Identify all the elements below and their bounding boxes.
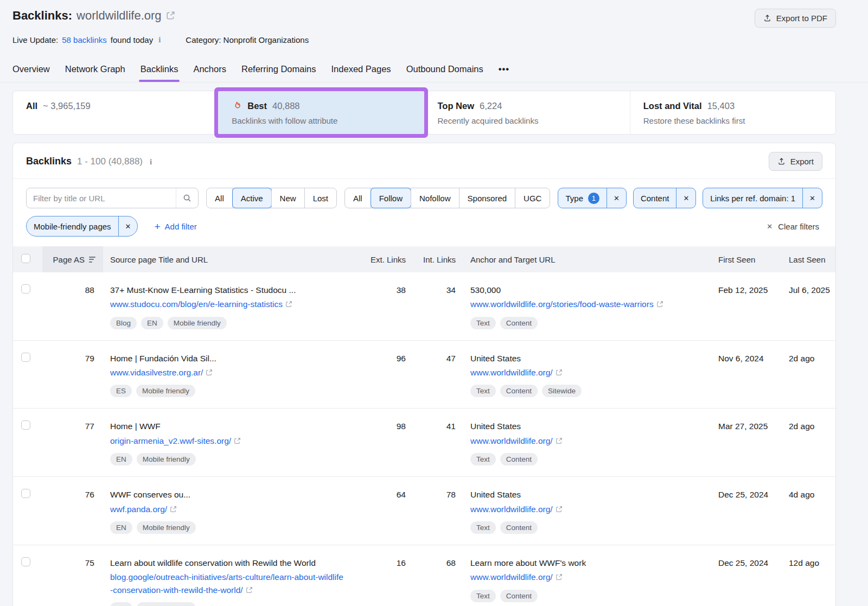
export-to-pdf-button[interactable]: Export to PDF [755, 9, 836, 28]
first-seen-value: Dec 25, 2024 [711, 557, 781, 569]
export-button[interactable]: Export [769, 152, 822, 171]
select-all-checkbox[interactable] [21, 254, 30, 263]
tag-en: EN [110, 602, 132, 606]
filter-chip-label[interactable]: Mobile-friendly pages [27, 222, 118, 231]
first-seen-value: Dec 25, 2024 [711, 489, 781, 501]
summary-card-lost-and-vital[interactable]: Lost and Vital15,403Restore these backli… [630, 91, 835, 134]
anchor-cell: 530,000www.worldwildlife.org/stories/foo… [456, 284, 711, 329]
filter-chip-label[interactable]: Type1 [558, 193, 607, 204]
page-title-prefix: Backlinks: [12, 9, 72, 22]
source-url-link[interactable]: blog.google/outreach-initiatives/arts-cu… [110, 572, 343, 594]
target-url-link[interactable]: www.worldwildlife.org/stories/food-waste… [470, 299, 654, 309]
row-checkbox[interactable] [21, 489, 30, 498]
anchor-cell: United Stateswww.worldwildlife.org/TextC… [456, 489, 711, 534]
filter-chip-label[interactable]: Content [634, 194, 676, 203]
filter-option-all[interactable]: All [207, 188, 232, 208]
export-icon [777, 157, 786, 165]
filter-option-lost[interactable]: Lost [304, 188, 336, 208]
page-header: Backlinks:worldwildlife.org Export to PD… [0, 0, 868, 82]
int-links-value: 78 [406, 489, 456, 501]
filter-option-active[interactable]: Active [232, 188, 271, 208]
source-title: Home | Fundación Vida Sil... [110, 353, 345, 365]
ext-links-value: 64 [359, 489, 406, 501]
category-text: Category: Nonprofit Organizations [186, 35, 309, 44]
filter-chip-text: Links per ref. domain: 1 [710, 194, 795, 203]
first-seen-value: Feb 12, 2025 [711, 284, 781, 296]
filter-option-follow[interactable]: Follow [371, 188, 411, 208]
tag-row: TextContent [470, 590, 697, 602]
column-page-as[interactable]: Page AS [42, 246, 103, 272]
source-url-link[interactable]: www.vidasilvestre.org.ar/ [110, 368, 203, 377]
filter-option-all[interactable]: All [345, 188, 371, 208]
target-url-link[interactable]: www.worldwildlife.org/ [470, 368, 553, 377]
source-url-link[interactable]: origin-armenia_v2.wwf-sites.org/ [110, 436, 231, 445]
clear-filters-button[interactable]: ✕ Clear filters [763, 221, 822, 232]
filter-option-ugc[interactable]: UGC [515, 188, 550, 208]
ext-links-value: 38 [359, 284, 406, 296]
page-as-value: 79 [42, 353, 103, 365]
source-title: Home | WWF [110, 420, 345, 432]
table-row: 8837+ Must-Know E-Learning Statistics - … [13, 272, 835, 340]
anchor-cell: Learn more about WWF's workwww.worldwild… [456, 557, 711, 602]
external-link-icon[interactable] [166, 11, 175, 20]
summary-card-all[interactable]: All~ 3,965,159 [13, 91, 218, 134]
target-url-link[interactable]: www.worldwildlife.org/ [470, 505, 553, 514]
tag-blog: Blog [110, 317, 137, 329]
summary-card-subtitle: Restore these backlinks first [643, 116, 822, 125]
row-checkbox[interactable] [21, 420, 30, 430]
target-url-link[interactable]: www.worldwildlife.org/ [470, 436, 553, 445]
info-icon[interactable]: i [148, 157, 154, 167]
tab-anchors[interactable]: Anchors [193, 64, 226, 82]
table-row: 79Home | Fundación Vida Sil...www.vidasi… [13, 340, 835, 409]
target-url-link[interactable]: www.worldwildlife.org/ [470, 572, 553, 582]
tab-overview[interactable]: Overview [12, 64, 50, 82]
tab-outbound-domains[interactable]: Outbound Domains [406, 64, 483, 82]
panel-title: Backlinks 1 - 100 (40,888) i [26, 156, 154, 167]
remove-filter-icon[interactable]: ✕ [607, 188, 626, 208]
tab-more[interactable]: ••• [499, 64, 509, 82]
table-row: 76WWF conserves ou...wwf.panda.org/ENMob… [13, 476, 835, 545]
filter-chip-label[interactable]: Links per ref. domain: 1 [703, 194, 802, 203]
filter-option-sponsored[interactable]: Sponsored [459, 188, 515, 208]
filter-option-new[interactable]: New [271, 188, 304, 208]
search-icon[interactable] [176, 188, 198, 208]
add-filter-button[interactable]: + Add filter [151, 221, 200, 232]
info-icon[interactable]: i [157, 35, 162, 44]
tag-row: TextContentSitewide [470, 385, 697, 397]
live-update-row: Live Update: 58 backlinks found today i … [12, 35, 836, 44]
backlinks-rows: 8837+ Must-Know E-Learning Statistics - … [13, 272, 835, 606]
remove-filter-icon[interactable]: ✕ [118, 216, 138, 236]
filter-chip-type: Type1✕ [558, 188, 626, 208]
row-checkbox[interactable] [21, 557, 30, 566]
table-row: 75Learn about wildlife conservation with… [13, 545, 835, 606]
source-cell: WWF conserves ou...wwf.panda.org/ENMobil… [103, 489, 359, 534]
row-checkbox[interactable] [21, 353, 30, 362]
first-seen-value: Mar 27, 2025 [711, 420, 781, 432]
live-update-link[interactable]: 58 backlinks [62, 35, 107, 44]
int-links-value: 34 [406, 284, 456, 296]
summary-card-top-new[interactable]: Top New6,224Recently acquired backlinks [424, 91, 630, 134]
filter-option-nofollow[interactable]: Nofollow [411, 188, 459, 208]
summary-card-best[interactable]: Best40,888Backlinks with follow attribut… [218, 91, 424, 134]
tag-row: ESMobile friendly [110, 385, 345, 397]
source-url-link[interactable]: www.studocu.com/blog/en/e-learning-stati… [110, 299, 283, 309]
last-seen-value: 12d ago [781, 557, 835, 569]
page-as-value: 75 [42, 557, 103, 569]
anchor-text: United States [470, 420, 697, 432]
remove-filter-icon[interactable]: ✕ [802, 188, 822, 208]
remove-filter-icon[interactable]: ✕ [676, 188, 695, 208]
tab-backlinks[interactable]: Backlinks [141, 64, 178, 82]
search-input[interactable] [27, 194, 176, 203]
filter-chip-text: Mobile-friendly pages [34, 222, 111, 231]
tab-indexed-pages[interactable]: Indexed Pages [331, 64, 391, 82]
search-box [26, 188, 199, 208]
tab-referring-domains[interactable]: Referring Domains [241, 64, 316, 82]
panel-range: 1 - 100 (40,888) [77, 156, 143, 167]
column-source: Source page Title and URL [103, 255, 359, 264]
source-title: Learn about wildlife conservation with R… [110, 557, 345, 569]
summary-card-value: 6,224 [480, 101, 502, 111]
tab-network-graph[interactable]: Network Graph [65, 64, 125, 82]
source-url-link[interactable]: wwf.panda.org/ [110, 505, 167, 514]
row-checkbox[interactable] [21, 284, 30, 294]
tag-row: TextContent [470, 521, 697, 534]
